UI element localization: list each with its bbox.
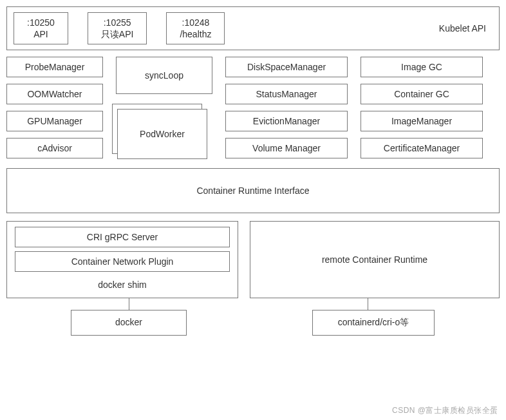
container-network-plugin-box: Container Network Plugin: [15, 251, 230, 272]
podworker-label: PodWorker: [140, 129, 185, 139]
api-label: API: [27, 28, 55, 40]
api-port: :10255: [101, 17, 134, 28]
syncloop-box: syncLoop: [116, 57, 212, 94]
remote-runtime-box: remote Container Runtime: [250, 221, 500, 298]
eviction-manager-box: EvictionManager: [225, 111, 348, 131]
gpu-manager-box: GPUManager: [6, 111, 103, 131]
api-10248-box: :10248 /healthz: [166, 12, 225, 44]
api-label: 只读API: [101, 28, 134, 40]
cadvisor-box: cAdvisor: [6, 138, 103, 158]
api-10250-box: :10250 API: [14, 12, 68, 44]
cri-box: Container Runtime Interface: [6, 168, 500, 213]
managers-col-2: syncLoop PodWorker: [116, 57, 212, 162]
podworker-front-card: PodWorker: [117, 109, 207, 159]
managers-col-4: Image GC Container GC ImageManager Certi…: [361, 57, 483, 162]
runtime-row: CRI gRPC Server Container Network Plugin…: [6, 221, 500, 298]
remote-runtime-label: remote Container Runtime: [322, 254, 427, 265]
oom-watcher-box: OOMWatcher: [6, 84, 103, 104]
cri-grpc-server-box: CRI gRPC Server: [15, 227, 230, 247]
docker-shim-box: CRI gRPC Server Container Network Plugin…: [6, 221, 238, 298]
leaf-row: docker containerd/cri-o等: [6, 310, 500, 336]
image-gc-box: Image GC: [361, 57, 483, 77]
managers-grid: ProbeManager OOMWatcher GPUManager cAdvi…: [6, 57, 500, 162]
probe-manager-box: ProbeManager: [6, 57, 103, 77]
container-gc-box: Container GC: [361, 84, 483, 104]
api-label: /healthz: [180, 28, 211, 40]
volume-manager-box: Volume Manager: [225, 138, 348, 158]
podworker-stack: PodWorker: [116, 104, 212, 162]
connector-row: [6, 298, 500, 310]
kubelet-api-title: Kubelet API: [439, 23, 492, 33]
connector-line: [129, 298, 129, 310]
image-manager-box: ImageManager: [361, 111, 483, 131]
certificate-manager-box: CertificateManager: [361, 138, 483, 158]
docker-box: docker: [71, 310, 187, 336]
api-port: :10250: [27, 17, 55, 28]
managers-col-3: DiskSpaceManager StatusManager EvictionM…: [225, 57, 348, 162]
kubelet-api-container: :10250 API :10255 只读API :10248 /healthz …: [6, 6, 500, 50]
api-row: :10250 API :10255 只读API :10248 /healthz …: [14, 12, 492, 44]
docker-shim-label: docker shim: [15, 276, 230, 291]
api-port: :10248: [180, 17, 211, 28]
managers-col-1: ProbeManager OOMWatcher GPUManager cAdvi…: [6, 57, 103, 162]
diskspace-manager-box: DiskSpaceManager: [225, 57, 348, 77]
connector-line: [368, 298, 368, 310]
status-manager-box: StatusManager: [225, 84, 348, 104]
containerd-crio-box: containerd/cri-o等: [312, 310, 435, 336]
api-10255-box: :10255 只读API: [88, 12, 147, 44]
